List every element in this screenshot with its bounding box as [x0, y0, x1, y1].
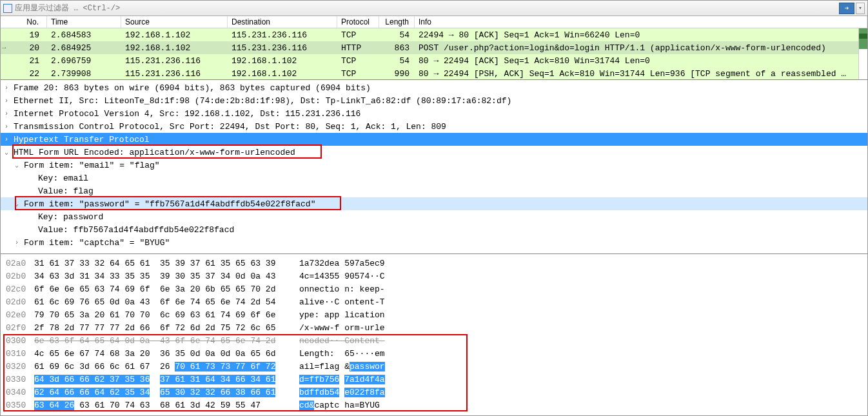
tree-ip[interactable]: ›Internet Protocol Version 4, Src: 192.1…	[1, 107, 867, 120]
hex-row[interactable]: 035063 64 26 63 61 70 74 63 68 61 3d 42 …	[1, 399, 867, 411]
packet-row[interactable]: 192.684583192.168.1.102115.231.236.116TC…	[1, 28, 867, 41]
filter-input-placeholder[interactable]: 应用显示过滤器 … <Ctrl-/>	[15, 3, 839, 14]
chevron-right-icon[interactable]: ›	[5, 97, 14, 104]
tree-email-label: Form item: "email" = "flag"	[24, 161, 160, 170]
col-header-info[interactable]: Info	[415, 16, 867, 28]
chevron-down-icon[interactable]: ⌄	[15, 200, 24, 208]
packet-details-pane[interactable]: ›Frame 20: 863 bytes on wire (6904 bits)…	[1, 80, 867, 254]
display-filter-bar[interactable]: 应用显示过滤器 … <Ctrl-/> ➔ ▾	[1, 1, 867, 16]
tree-pass-value-label: Value: ffb7567a1d4f4abdffdb54e022f8facd	[38, 225, 234, 235]
tree-email-key-label: Key: email	[38, 173, 88, 183]
hex-row[interactable]: 032061 69 6c 3d 66 6c 61 67 26 70 61 73 …	[1, 360, 867, 373]
chevron-right-icon[interactable]: ›	[5, 84, 14, 92]
packet-list-header: No. Time Source Destination Protocol Len…	[1, 16, 867, 28]
col-header-source[interactable]: Source	[121, 16, 228, 28]
tree-ip-label: Internet Protocol Version 4, Src: 192.16…	[14, 109, 360, 119]
tree-email-value-label: Value: flag	[38, 186, 94, 196]
hex-row[interactable]: 02d061 6c 69 76 65 0d 0a 43 6f 6e 74 65 …	[1, 295, 867, 308]
col-header-length[interactable]: Length	[379, 16, 415, 28]
chevron-down-icon[interactable]: ⌄	[5, 148, 14, 156]
apply-filter-button[interactable]: ➔	[839, 3, 854, 14]
tree-form-captcha[interactable]: ›Form item: "captcha" = "BYUG"	[1, 236, 867, 249]
tree-password-key[interactable]: Key: password	[1, 210, 867, 223]
bookmark-icon[interactable]	[3, 4, 12, 13]
tree-tcp[interactable]: ›Transmission Control Protocol, Src Port…	[1, 120, 867, 133]
tree-http[interactable]: ›Hypertext Transfer Protocol	[1, 133, 867, 146]
tree-eth-label: Ethernet II, Src: LiteonTe_8d:1f:98 (74:…	[14, 96, 511, 106]
tree-form-password[interactable]: ⌄Form item: "password" = "ffb7567a1d4f4a…	[1, 197, 867, 210]
chevron-right-icon[interactable]: ›	[15, 239, 24, 246]
tree-pass-label: Form item: "password" = "ffb7567a1d4f4ab…	[24, 199, 315, 209]
tree-email-key[interactable]: Key: email	[1, 172, 867, 184]
filter-dropdown-icon[interactable]: ▾	[856, 3, 865, 14]
hex-row[interactable]: 034062 64 66 66 64 62 35 34 65 30 32 32 …	[1, 386, 867, 399]
col-header-destination[interactable]: Destination	[228, 16, 337, 28]
packet-list-minimap[interactable]	[858, 28, 867, 79]
tree-form-label: HTML Form URL Encoded: application/x-www…	[14, 148, 295, 157]
chevron-right-icon[interactable]: ›	[5, 123, 14, 130]
tree-tcp-label: Transmission Control Protocol, Src Port:…	[14, 122, 446, 132]
hex-row[interactable]: 02f02f 78 2d 77 77 77 2d 66 6f 72 6d 2d …	[1, 321, 867, 334]
tree-captcha-label: Form item: "captcha" = "BYUG"	[24, 238, 170, 248]
tree-password-value[interactable]: Value: ffb7567a1d4f4abdffdb54e022f8facd	[1, 223, 867, 236]
hex-row[interactable]: 03006e 63 6f 64 65 64 0d 0a 43 6f 6e 74 …	[1, 334, 867, 347]
packet-bytes-pane[interactable]: 02a031 61 37 33 32 64 65 61 35 39 37 61 …	[1, 254, 867, 415]
hex-row[interactable]: 033064 3d 66 66 62 37 35 36 37 61 31 64 …	[1, 373, 867, 386]
packet-row[interactable]: 202.684925192.168.1.102115.231.236.116HT…	[1, 41, 867, 54]
tree-ethernet[interactable]: ›Ethernet II, Src: LiteonTe_8d:1f:98 (74…	[1, 94, 867, 107]
col-header-no[interactable]: No.	[1, 16, 47, 28]
tree-frame-label: Frame 20: 863 bytes on wire (6904 bits),…	[14, 83, 371, 93]
tree-email-value[interactable]: Value: flag	[1, 184, 867, 197]
hex-row[interactable]: 02c06f 6e 6e 65 63 74 69 6f 6e 3a 20 6b …	[1, 282, 867, 295]
packet-list-pane[interactable]: No. Time Source Destination Protocol Len…	[1, 16, 867, 80]
hex-row[interactable]: 02e079 70 65 3a 20 61 70 70 6c 69 63 61 …	[1, 308, 867, 321]
hex-row[interactable]: 03104c 65 6e 67 74 68 3a 20 36 35 0d 0a …	[1, 347, 867, 360]
tree-http-label: Hypertext Transfer Protocol	[14, 135, 150, 144]
hex-row[interactable]: 02a031 61 37 33 32 64 65 61 35 39 37 61 …	[1, 257, 867, 270]
col-header-time[interactable]: Time	[47, 16, 121, 28]
tree-frame[interactable]: ›Frame 20: 863 bytes on wire (6904 bits)…	[1, 81, 867, 94]
tree-pass-key-label: Key: password	[38, 212, 103, 222]
tree-form-email[interactable]: ⌄Form item: "email" = "flag"	[1, 159, 867, 172]
chevron-right-icon[interactable]: ›	[5, 136, 14, 143]
packet-row[interactable]: 212.696759115.231.236.116192.168.1.102TC…	[1, 54, 867, 67]
chevron-down-icon[interactable]: ⌄	[15, 161, 24, 169]
packet-row[interactable]: 222.739908115.231.236.116192.168.1.102TC…	[1, 67, 867, 80]
col-header-protocol[interactable]: Protocol	[337, 16, 379, 28]
tree-form-encoded[interactable]: ⌄HTML Form URL Encoded: application/x-ww…	[1, 146, 867, 159]
hex-row[interactable]: 02b034 63 3d 31 34 33 35 35 39 30 35 37 …	[1, 270, 867, 282]
chevron-right-icon[interactable]: ›	[5, 110, 14, 117]
